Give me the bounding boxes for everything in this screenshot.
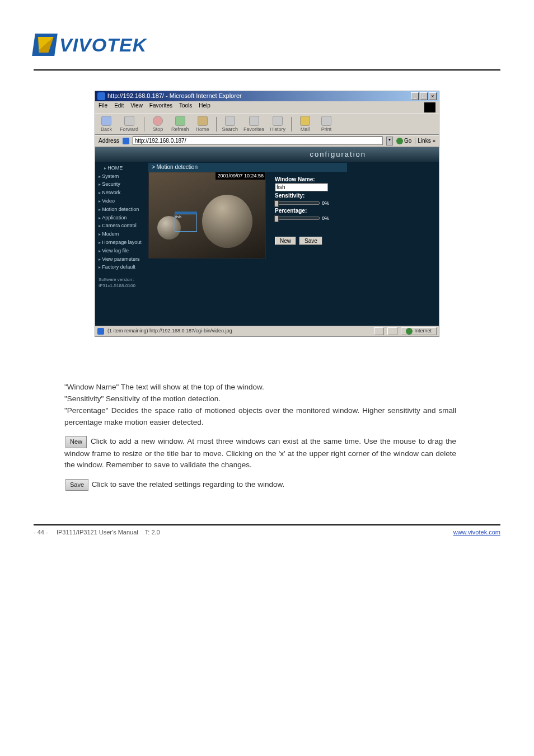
go-icon [396, 138, 403, 144]
menu-tools[interactable]: Tools [179, 102, 192, 112]
status-page-icon [97, 328, 104, 335]
sidebar-item-system[interactable]: System [99, 172, 146, 181]
inline-save-button: Save [65, 479, 88, 491]
go-button[interactable]: Go [396, 138, 411, 144]
history-button[interactable]: History [270, 116, 285, 133]
menu-favorites[interactable]: Favorites [149, 102, 172, 112]
stop-button[interactable]: Stop [150, 116, 166, 133]
sensitivity-label: Sensitivity: [275, 192, 329, 199]
video-preview[interactable]: 2001/09/07 10:24:56 fish [148, 172, 266, 259]
footer-left: - 44 - IP3111/IP3121 User's Manual T: 2.… [34, 529, 160, 536]
percentage-value: 0% [322, 215, 329, 222]
back-icon [101, 116, 111, 126]
sidebar-item-log[interactable]: View log file [99, 247, 146, 255]
maximize-button[interactable]: □ [420, 92, 428, 100]
refresh-button[interactable]: Refresh [171, 116, 189, 133]
embedded-screenshot: http://192.168.0.187/ - Microsoft Intern… [95, 91, 439, 337]
minimize-button[interactable]: _ [411, 92, 419, 100]
menu-edit[interactable]: Edit [114, 102, 124, 112]
favorites-button[interactable]: Favorites [243, 116, 264, 133]
sidebar-item-homepage[interactable]: Homepage layout [99, 238, 146, 247]
ie-throbber-icon [424, 102, 435, 112]
window-name-input[interactable] [275, 183, 328, 191]
sidebar-item-params[interactable]: View parameters [99, 255, 146, 264]
favorites-icon [249, 116, 259, 126]
desc-new: Click to add a new window. At most three… [64, 438, 456, 469]
address-label: Address [99, 138, 119, 144]
address-dropdown[interactable]: ▾ [386, 137, 393, 145]
sensitivity-value: 0% [322, 200, 329, 206]
sidebar-item-network[interactable]: Network [99, 189, 146, 197]
panel-header: > Motion detection [148, 163, 347, 172]
footer-link[interactable]: www.vivotek.com [453, 529, 500, 536]
brand-mark-icon [32, 34, 58, 56]
menu-bar: File Edit View Favorites Tools Help [95, 101, 439, 114]
menu-file[interactable]: File [99, 102, 107, 112]
address-bar: Address ▾ Go Links » [95, 135, 439, 147]
sidebar-home[interactable]: HOME [99, 164, 146, 172]
mail-button[interactable]: Mail [297, 116, 313, 133]
scene-object-icon [202, 195, 252, 248]
internet-zone-icon [406, 328, 413, 335]
forward-button[interactable]: Forward [120, 116, 138, 133]
sidebar-item-video[interactable]: Video [99, 197, 146, 205]
mail-icon [300, 116, 310, 126]
window-title: http://192.168.0.187/ - Microsoft Intern… [107, 92, 242, 100]
home-button[interactable]: Home [195, 116, 210, 133]
ie-icon [97, 92, 105, 100]
menu-help[interactable]: Help [199, 102, 210, 112]
sidebar-item-motion[interactable]: Motion detection [99, 205, 146, 214]
brand-logo: VIVOTEK [34, 34, 500, 56]
links-toolbar[interactable]: Links » [415, 138, 435, 144]
forward-icon [124, 116, 134, 126]
motion-window-label: fish [175, 215, 181, 219]
back-button[interactable]: Back [99, 116, 114, 133]
video-timestamp: 2001/09/07 10:24:56 [216, 172, 265, 180]
desc-save: Click to save the related settings regar… [92, 480, 284, 489]
percentage-slider[interactable]: 0% [275, 215, 329, 222]
footer-right: www.vivotek.com [453, 529, 500, 536]
window-name-label: Window Name: [275, 176, 329, 183]
close-button[interactable]: × [429, 92, 437, 100]
main-pane: > Motion detection 2001/09/07 10:24:56 f… [148, 147, 439, 326]
desc-sensitivity: "Sensitivity" Sensitivity of the motion … [64, 395, 221, 403]
print-icon [321, 116, 331, 126]
desc-window-name: "Window Name" The text will show at the … [64, 383, 264, 391]
status-cell [374, 327, 384, 335]
save-button[interactable]: Save [299, 237, 322, 245]
sensitivity-slider[interactable]: 0% [275, 200, 329, 206]
percentage-label: Percentage: [275, 208, 329, 214]
address-input[interactable] [133, 137, 383, 145]
sidebar-item-application[interactable]: Application [99, 214, 146, 222]
refresh-icon [175, 116, 185, 126]
sidebar-item-security[interactable]: Security [99, 180, 146, 189]
sidebar-item-camera[interactable]: Camera control [99, 222, 146, 230]
search-button[interactable]: Search [222, 116, 238, 133]
sidebar: HOME System Security Network Video Motio… [95, 147, 148, 326]
page-content: configuration HOME System Security Netwo… [95, 147, 439, 326]
footer-model: IP3111/IP3121 User's Manual [57, 529, 138, 536]
footer-version: T: 2.0 [145, 529, 160, 536]
window-titlebar: http://192.168.0.187/ - Microsoft Intern… [95, 91, 439, 101]
menu-view[interactable]: View [130, 102, 143, 112]
page-footer: - 44 - IP3111/IP3121 User's Manual T: 2.… [34, 525, 500, 536]
sidebar-item-modem[interactable]: Modem [99, 230, 146, 238]
stop-icon [153, 116, 163, 126]
home-icon [198, 116, 208, 126]
page-icon [123, 138, 129, 144]
toolbar: Back Forward Stop Refresh Home Search Fa… [95, 114, 439, 135]
desc-percentage: "Percentage" Decides the space ratio of … [64, 406, 456, 426]
footer-page: - 44 - [34, 529, 48, 536]
software-version: Software version : IP31x1-5188-0100 [99, 277, 146, 289]
new-button[interactable]: New [275, 237, 296, 245]
body-text: "Window Name" The text will show at the … [64, 382, 456, 491]
status-bar: (1 item remaining) http://192.168.0.187/… [95, 326, 439, 336]
motion-form: Window Name: Sensitivity: 0% Percentage:… [266, 172, 329, 246]
inline-new-button: New [65, 436, 87, 448]
print-button[interactable]: Print [318, 116, 334, 133]
header-rule [34, 69, 500, 71]
window-controls: _ □ × [411, 92, 437, 100]
status-cell [387, 327, 397, 335]
sidebar-item-factory[interactable]: Factory default [99, 263, 146, 271]
security-zone: Internet [401, 327, 437, 335]
